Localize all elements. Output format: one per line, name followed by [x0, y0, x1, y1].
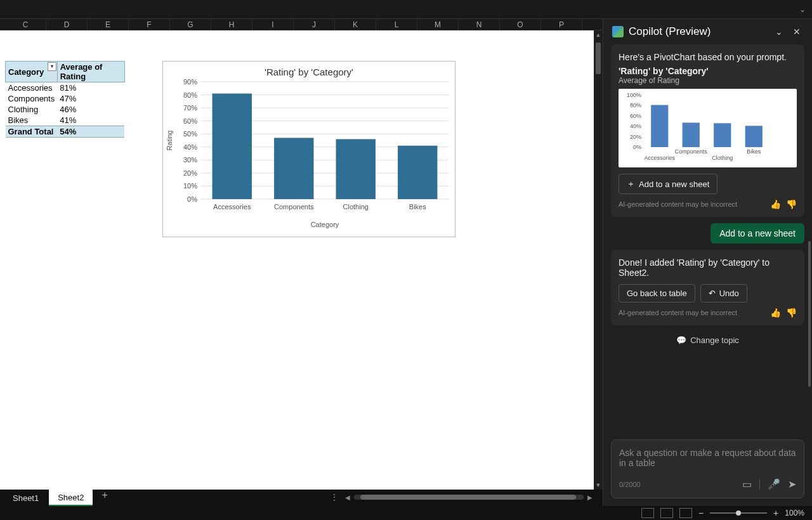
svg-text:30%: 30%	[183, 156, 197, 164]
svg-text:90%: 90%	[183, 79, 197, 86]
scroll-right-arrow-icon[interactable]: ▶	[587, 494, 593, 501]
svg-text:80%: 80%	[630, 102, 641, 108]
zoom-level[interactable]: 100%	[785, 509, 804, 517]
copilot-title: Copilot (Preview)	[629, 25, 768, 38]
pivot-table[interactable]: Category ▾ Average of Rating Accessories…	[5, 61, 125, 138]
undo-button[interactable]: ↶ Undo	[700, 284, 747, 302]
copilot-chart-title: 'Rating' by 'Category'	[619, 66, 797, 76]
column-header[interactable]: G	[170, 19, 211, 30]
hscroll-thumb[interactable]	[360, 495, 576, 500]
send-icon[interactable]: ➤	[788, 478, 796, 490]
thumbs-up-icon[interactable]: 👍	[770, 199, 781, 209]
svg-text:20%: 20%	[630, 134, 641, 140]
go-back-to-table-button[interactable]: Go back to table	[619, 284, 695, 302]
column-header[interactable]: F	[129, 19, 170, 30]
pivot-category: Clothing	[6, 104, 58, 115]
copilot-close-icon[interactable]: ✕	[790, 25, 803, 38]
page-layout-view-icon[interactable]	[660, 508, 673, 518]
svg-rect-20	[213, 94, 252, 200]
column-header[interactable]: K	[335, 19, 376, 30]
user-message: Add to a new sheet	[710, 223, 804, 244]
pivot-row[interactable]: Components47%	[6, 93, 125, 104]
svg-text:Rating: Rating	[166, 131, 173, 151]
app-top-bar: ⌄	[0, 0, 812, 19]
pivot-header-category[interactable]: Category ▾	[6, 62, 58, 82]
svg-text:40%: 40%	[630, 123, 641, 129]
pivot-header-average[interactable]: Average of Rating	[57, 62, 124, 82]
thumbs-down-icon[interactable]: 👎	[786, 308, 797, 318]
vscroll-thumb[interactable]	[596, 42, 601, 74]
column-header[interactable]: O	[500, 19, 541, 30]
column-header[interactable]: N	[459, 19, 500, 30]
column-header[interactable]: J	[294, 19, 335, 30]
copilot-mini-chart: 100%80%60%40%20%0%AccessoriesComponentsC…	[619, 89, 797, 167]
tab-sheet2[interactable]: Sheet2	[49, 490, 93, 506]
svg-rect-22	[274, 138, 313, 199]
ai-disclaimer: AI-generated content may be incorrect	[619, 200, 737, 208]
zoom-in-button[interactable]: +	[773, 508, 778, 518]
zoom-slider[interactable]	[710, 512, 767, 514]
column-header[interactable]: E	[88, 19, 129, 30]
scroll-left-arrow-icon[interactable]: ◀	[345, 494, 350, 501]
ribbon-collapse-chevron-icon[interactable]: ⌄	[799, 5, 806, 14]
add-sheet-button[interactable]: +	[94, 490, 115, 506]
tab-menu-icon[interactable]: ⋮	[330, 492, 339, 502]
card-view-icon[interactable]: ▭	[742, 478, 752, 490]
pivot-row[interactable]: Clothing46%	[6, 104, 125, 115]
pivot-value: 47%	[57, 93, 124, 104]
chart-svg: 0%10%20%30%40%50%60%70%80%90%Accessories…	[163, 79, 455, 231]
pivot-filter-dropdown-icon[interactable]: ▾	[48, 62, 56, 71]
column-header[interactable]: I	[252, 19, 294, 30]
copilot-message: Here's a PivotChart based on your prompt…	[611, 44, 804, 217]
svg-rect-38	[714, 123, 731, 147]
copilot-message-text: Here's a PivotChart based on your prompt…	[619, 52, 797, 62]
undo-icon: ↶	[709, 289, 716, 298]
copilot-scrollbar-thumb[interactable]	[808, 241, 811, 387]
copilot-message-text: Done! I added 'Rating' by 'Category' to …	[619, 257, 797, 278]
horizontal-scrollbar[interactable]: ⋮ ◀ ▶	[330, 492, 593, 502]
copilot-message: Done! I added 'Rating' by 'Category' to …	[611, 250, 804, 325]
copilot-expand-chevron-icon[interactable]: ⌄	[773, 25, 785, 38]
column-header[interactable]: C	[5, 19, 46, 30]
sheet-grid[interactable]: Category ▾ Average of Rating Accessories…	[0, 30, 603, 490]
column-header[interactable]: P	[541, 19, 582, 30]
svg-text:Bikes: Bikes	[747, 148, 761, 155]
svg-text:Category: Category	[311, 221, 339, 228]
svg-text:20%: 20%	[183, 169, 197, 177]
pivot-grand-total-value: 54%	[57, 126, 124, 138]
ai-disclaimer: AI-generated content may be incorrect	[619, 309, 737, 316]
svg-text:100%: 100%	[627, 93, 641, 98]
microphone-icon[interactable]: 🎤	[768, 478, 780, 490]
pivot-chart[interactable]: 'Rating' by 'Category' 0%10%20%30%40%50%…	[162, 61, 455, 237]
thumbs-down-icon[interactable]: 👎	[786, 199, 797, 209]
pivot-category: Accessories	[6, 82, 58, 94]
column-header[interactable]: M	[417, 19, 459, 30]
svg-text:50%: 50%	[183, 130, 197, 138]
pivot-value: 46%	[57, 104, 124, 115]
vertical-scrollbar[interactable]: ▲ ▼	[594, 30, 603, 490]
scroll-down-arrow-icon[interactable]: ▼	[596, 481, 601, 490]
column-header[interactable]: L	[376, 19, 417, 30]
svg-rect-37	[683, 122, 700, 147]
thumbs-up-icon[interactable]: 👍	[770, 308, 781, 318]
column-header[interactable]: H	[211, 19, 252, 30]
pivot-row[interactable]: Accessories81%	[6, 82, 125, 94]
copilot-input-placeholder: Ask a question or make a request about d…	[619, 448, 796, 473]
scroll-up-arrow-icon[interactable]: ▲	[596, 30, 601, 39]
divider	[759, 479, 760, 490]
page-break-view-icon[interactable]	[679, 508, 692, 518]
normal-view-icon[interactable]	[641, 508, 654, 518]
svg-text:Accessories: Accessories	[644, 155, 675, 161]
column-header[interactable]: D	[46, 19, 88, 30]
svg-text:Clothing: Clothing	[712, 155, 733, 161]
pivot-value: 81%	[57, 82, 124, 94]
zoom-out-button[interactable]: −	[698, 508, 704, 518]
svg-text:70%: 70%	[183, 104, 197, 112]
change-topic-button[interactable]: 💬 Change topic	[611, 332, 804, 349]
add-to-new-sheet-button[interactable]: ＋ Add to a new sheet	[619, 174, 717, 194]
pivot-row[interactable]: Bikes41%	[6, 115, 125, 126]
chart-title: 'Rating' by 'Category'	[163, 62, 455, 79]
copilot-input[interactable]: Ask a question or make a request about d…	[611, 439, 804, 498]
tab-sheet1[interactable]: Sheet1	[4, 490, 48, 506]
zoom-slider-thumb[interactable]	[736, 510, 741, 516]
